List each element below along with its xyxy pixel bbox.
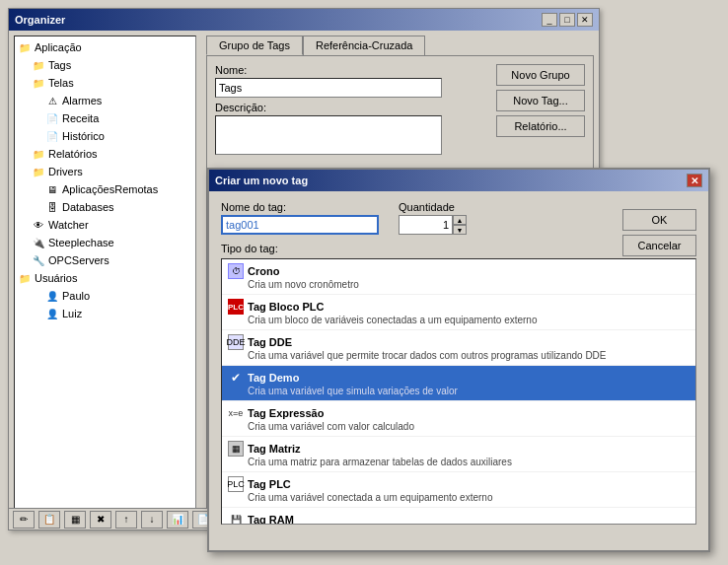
tipo-list[interactable]: ⏱ Crono Cria um novo cronômetro PLC Tag … <box>221 258 696 525</box>
tipo-crono-header: ⏱ Crono <box>228 263 690 279</box>
cancelar-button[interactable]: Cancelar <box>622 235 696 256</box>
plc-icon: PLC <box>228 476 244 492</box>
tipo-crono[interactable]: ⏱ Crono Cria um novo cronômetro <box>222 259 695 295</box>
ram-name: Tag RAM <box>248 514 294 525</box>
plc-name: Tag PLC <box>248 478 291 490</box>
quantity-input-wrap: ▲ ▼ <box>399 215 467 235</box>
expressao-desc: Cria uma variável com valor calculado <box>228 421 690 432</box>
tipo-bloco-plc[interactable]: PLC Tag Bloco PLC Cria um bloco de variá… <box>222 295 695 330</box>
dde-name: Tag DDE <box>248 336 292 348</box>
demo-icon: ✔ <box>228 370 244 386</box>
quantidade-label: Quantidade <box>399 201 467 213</box>
tipo-dde[interactable]: DDE Tag DDE Cria uma variável que permit… <box>222 330 695 366</box>
demo-desc: Cria uma variável que simula variações d… <box>228 386 690 396</box>
tipo-plc-header: PLC Tag PLC <box>228 476 690 492</box>
dde-desc: Cria uma variável que permite trocar dad… <box>228 350 690 361</box>
spin-up-button[interactable]: ▲ <box>453 215 467 225</box>
dialog-title: Criar um novo tag <box>215 175 308 186</box>
tipo-bloco-header: PLC Tag Bloco PLC <box>228 299 690 315</box>
dialog-top-row: Nome do tag: Quantidade ▲ ▼ OK Ca <box>221 201 696 235</box>
nome-field: Nome do tag: <box>221 201 379 235</box>
tipo-plc[interactable]: PLC Tag PLC Cria uma variável conectada … <box>222 472 695 508</box>
dialog-body: Nome do tag: Quantidade ▲ ▼ OK Ca <box>209 191 708 534</box>
tipo-demo-header: ✔ Tag Demo <box>228 370 690 386</box>
matriz-desc: Cria uma matriz para armazenar tabelas d… <box>228 457 690 467</box>
tipo-expressao[interactable]: x=e Tag Expressão Cria uma variável com … <box>222 401 695 437</box>
quantidade-input[interactable] <box>399 215 453 235</box>
criar-tag-dialog: Criar um novo tag ✕ Nome do tag: Quantid… <box>207 168 710 552</box>
tipo-expressao-header: x=e Tag Expressão <box>228 405 690 421</box>
ram-icon: 💾 <box>228 512 244 525</box>
dialog-titlebar: Criar um novo tag ✕ <box>209 170 708 191</box>
tipo-ram[interactable]: 💾 Tag RAM Cria uma variável para armazen… <box>222 508 695 525</box>
ok-button[interactable]: OK <box>622 209 696 231</box>
quantity-field: Quantidade ▲ ▼ <box>399 201 467 235</box>
spin-down-button[interactable]: ▼ <box>453 225 467 235</box>
expressao-name: Tag Expressão <box>248 407 324 419</box>
plc-desc: Cria uma variável conectada a um equipam… <box>228 492 690 503</box>
bloco-icon: PLC <box>228 299 244 315</box>
tipo-dde-header: DDE Tag DDE <box>228 334 690 350</box>
dde-icon: DDE <box>228 334 244 350</box>
matriz-icon: ▦ <box>228 441 244 457</box>
crono-desc: Cria um novo cronômetro <box>228 279 690 290</box>
spinner: ▲ ▼ <box>453 215 467 235</box>
dialog-close-button[interactable]: ✕ <box>687 174 702 187</box>
ok-cancel-buttons: OK Cancelar <box>622 209 696 256</box>
matriz-name: Tag Matriz <box>248 443 301 455</box>
expressao-icon: x=e <box>228 405 244 421</box>
bloco-desc: Cria um bloco de variáveis conectadas a … <box>228 315 690 325</box>
crono-name: Crono <box>248 265 279 277</box>
tipo-demo[interactable]: ✔ Tag Demo Cria uma variável que simula … <box>222 366 695 401</box>
crono-icon: ⏱ <box>228 263 244 279</box>
nome-tag-label: Nome do tag: <box>221 201 379 213</box>
demo-name: Tag Demo <box>248 372 299 384</box>
tipo-matriz-header: ▦ Tag Matriz <box>228 441 690 457</box>
tipo-ram-header: 💾 Tag RAM <box>228 512 690 525</box>
tipo-matriz[interactable]: ▦ Tag Matriz Cria uma matriz para armaze… <box>222 437 695 472</box>
dialog-overlay: Criar um novo tag ✕ Nome do tag: Quantid… <box>0 0 728 565</box>
bloco-name: Tag Bloco PLC <box>248 301 324 313</box>
nome-tag-input[interactable] <box>221 215 379 235</box>
